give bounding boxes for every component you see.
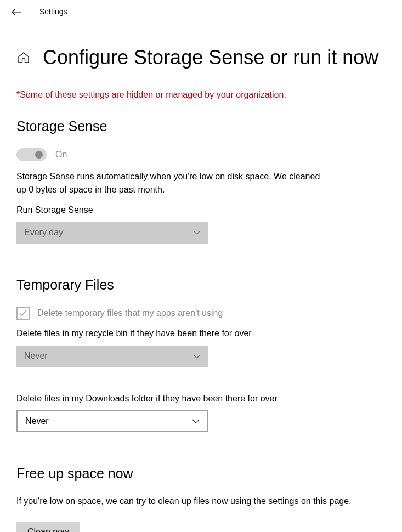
clean-now-button[interactable]: Clean now: [16, 522, 80, 532]
topbar: Settings: [0, 0, 402, 23]
delete-temp-checkbox[interactable]: [16, 307, 30, 320]
chevron-down-icon: [192, 417, 200, 425]
storage-sense-toggle-label: On: [55, 149, 67, 161]
recycle-bin-value: Never: [24, 350, 48, 362]
topbar-title: Settings: [39, 7, 67, 18]
storage-sense-toggle[interactable]: [16, 148, 47, 161]
chevron-down-icon: [193, 353, 201, 360]
back-arrow-icon[interactable]: [11, 7, 22, 18]
delete-temp-checkbox-label: Delete temporary files that my apps aren…: [37, 307, 223, 319]
page-header: Configure Storage Sense or run it now: [16, 44, 386, 71]
downloads-label: Delete files in my Downloads folder if t…: [16, 393, 386, 405]
temporary-files-heading: Temporary Files: [16, 275, 386, 295]
storage-sense-description: Storage Sense runs automatically when yo…: [16, 170, 324, 196]
home-icon[interactable]: [16, 50, 31, 65]
free-up-heading: Free up space now: [16, 464, 386, 483]
chevron-down-icon: [193, 229, 201, 236]
recycle-bin-dropdown[interactable]: Never: [16, 346, 208, 367]
free-up-description: If you're low on space, we can try to cl…: [16, 495, 386, 507]
toggle-knob: [35, 151, 43, 159]
delete-temp-checkbox-row: Delete temporary files that my apps aren…: [16, 307, 386, 320]
downloads-value: Never: [25, 415, 49, 427]
org-warning: *Some of these settings are hidden or ma…: [16, 89, 386, 101]
recycle-bin-label: Delete files in my recycle bin if they h…: [16, 327, 386, 339]
run-storage-sense-value: Every day: [24, 227, 63, 239]
downloads-dropdown[interactable]: Never: [16, 410, 208, 432]
run-storage-sense-label: Run Storage Sense: [16, 204, 386, 216]
run-storage-sense-dropdown[interactable]: Every day: [16, 222, 208, 244]
storage-sense-heading: Storage Sense: [16, 117, 386, 136]
storage-sense-toggle-row: On: [16, 148, 386, 161]
page-title: Configure Storage Sense or run it now: [43, 44, 378, 71]
